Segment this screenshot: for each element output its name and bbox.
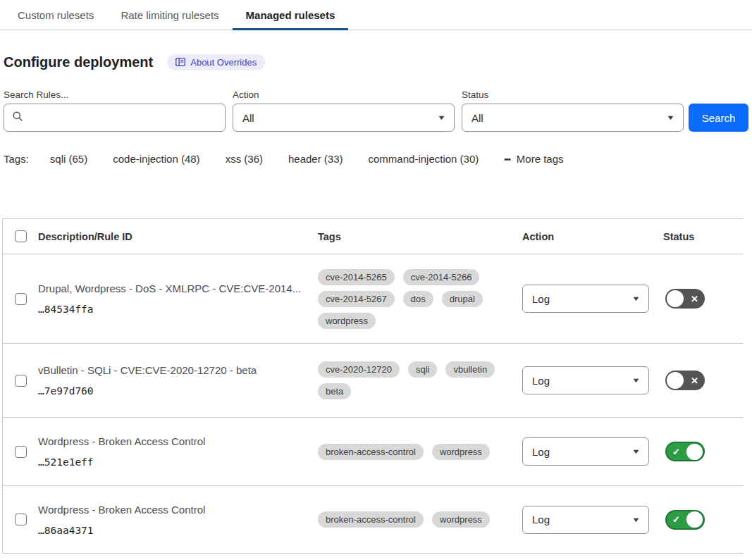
chevron-down-icon: ▼: [631, 448, 641, 455]
search-icon: [12, 111, 23, 125]
row-checkbox[interactable]: [15, 514, 27, 525]
table-header-row: Description/Rule ID Tags Action Status: [3, 219, 744, 254]
ruleset-tabs: Custom rulesets Rate limiting rulesets M…: [0, 0, 752, 30]
chevron-down-icon: ▼: [631, 516, 641, 523]
tag-pill: dos: [403, 291, 433, 307]
search-button[interactable]: Search: [689, 104, 748, 132]
check-icon: ✓: [672, 447, 680, 457]
tags-bar-label: Tags:: [4, 153, 29, 165]
tag-pill: broken-access-control: [318, 444, 424, 460]
rule-tags: cve-2020-12720sqlivbulletinbeta: [318, 361, 522, 399]
table-row: Drupal, Wordpress - DoS - XMLRPC - CVE:C…: [3, 254, 744, 344]
action-select-value: Log: [532, 375, 550, 387]
table-row: Wordpress - Broken Access Control …521e1…: [3, 418, 744, 486]
rule-id: …521e1eff: [38, 456, 305, 468]
filter-bar: Search Rules... Action All ▼ Status: [4, 89, 748, 132]
column-header-action: Action: [522, 231, 663, 242]
action-filter-value: All: [242, 112, 254, 124]
status-toggle[interactable]: ✕: [665, 371, 705, 390]
tags-bar: Tags: sqli (65)code-injection (48)xss (3…: [4, 153, 748, 165]
search-rules-label: Search Rules...: [4, 89, 226, 100]
tag-filter-link[interactable]: sqli (65): [50, 153, 87, 165]
tag-pill: cve-2020-12720: [318, 361, 400, 378]
tag-filter-link[interactable]: code-injection (48): [113, 153, 199, 165]
tag-filter-link[interactable]: xss (36): [226, 153, 263, 165]
action-select[interactable]: Log ▼: [522, 437, 649, 466]
rule-tags: broken-access-controlwordpress: [318, 444, 522, 460]
tab-managed-rulesets[interactable]: Managed rulesets: [233, 0, 349, 30]
chevron-down-icon: ▼: [666, 114, 675, 121]
status-filter-label: Status: [462, 89, 684, 100]
tag-pill: wordpress: [318, 313, 376, 329]
tag-pill: drupal: [442, 291, 483, 307]
action-select[interactable]: Log ▼: [522, 506, 649, 534]
tag-links: sqli (65)code-injection (48)xss (36)head…: [50, 153, 504, 165]
action-filter-label: Action: [233, 89, 455, 100]
status-filter-value: All: [471, 112, 483, 124]
table-row: vBulletin - SQLi - CVE:CVE-2020-12720 - …: [3, 344, 744, 418]
search-input-box[interactable]: [4, 104, 226, 132]
row-checkbox[interactable]: [15, 293, 27, 305]
toggle-knob: [667, 372, 684, 389]
action-select-value: Log: [532, 293, 550, 305]
rule-description: vBulletin - SQLi - CVE:CVE-2020-12720 - …: [38, 364, 305, 376]
row-checkbox[interactable]: [15, 375, 27, 387]
column-header-description: Description/Rule ID: [38, 231, 318, 242]
tag-pill: wordpress: [432, 511, 490, 528]
rule-description: Drupal, Wordpress - DoS - XMLRPC - CVE:C…: [38, 282, 305, 294]
about-overrides-badge[interactable]: About Overrides: [167, 54, 265, 70]
table-body: Drupal, Wordpress - DoS - XMLRPC - CVE:C…: [3, 254, 744, 554]
toggle-knob: [667, 290, 684, 307]
rule-tags: broken-access-controlwordpress: [318, 511, 522, 528]
tag-filter-link[interactable]: header (33): [288, 153, 343, 165]
select-all-checkbox[interactable]: [15, 230, 27, 242]
status-filter-select[interactable]: All ▼: [462, 104, 684, 132]
rule-description: Wordpress - Broken Access Control: [38, 504, 305, 516]
tag-pill: wordpress: [432, 444, 490, 460]
more-tags-label: More tags: [517, 153, 564, 165]
chevron-down-icon: ▼: [631, 295, 641, 302]
search-input[interactable]: [29, 111, 217, 125]
status-toggle[interactable]: ✓: [665, 442, 705, 461]
ellipsis-icon: •••: [504, 155, 510, 163]
rule-description: Wordpress - Broken Access Control: [38, 435, 305, 447]
tab-rate-limiting-rulesets[interactable]: Rate limiting rulesets: [107, 0, 232, 30]
status-toggle[interactable]: ✓: [665, 510, 705, 530]
more-tags-button[interactable]: ••• More tags: [504, 153, 563, 165]
check-icon: ✓: [672, 514, 680, 525]
about-overrides-label: About Overrides: [190, 57, 257, 68]
rule-id: …84534ffa: [38, 304, 305, 315]
column-header-tags: Tags: [318, 231, 522, 242]
action-select-value: Log: [532, 446, 550, 458]
rule-id: …86aa4371: [38, 525, 305, 536]
tag-pill: cve-2014-5266: [403, 269, 480, 285]
rule-tags: cve-2014-5265cve-2014-5266cve-2014-5267d…: [318, 269, 522, 329]
tag-pill: sqli: [408, 361, 438, 378]
column-header-status: Status: [663, 231, 744, 242]
status-toggle[interactable]: ✕: [665, 289, 705, 309]
action-select[interactable]: Log ▼: [522, 366, 649, 394]
x-icon: ✕: [691, 294, 698, 304]
tab-custom-rulesets[interactable]: Custom rulesets: [4, 0, 107, 30]
toggle-knob: [686, 444, 703, 460]
chevron-down-icon: ▼: [437, 114, 446, 121]
tag-filter-link[interactable]: command-injection (30): [369, 153, 479, 165]
book-icon: [175, 58, 185, 66]
tag-pill: cve-2014-5267: [318, 291, 395, 307]
page-title: Configure deployment: [4, 54, 153, 70]
table-row: Wordpress - Broken Access Control …86aa4…: [3, 486, 744, 554]
row-checkbox[interactable]: [15, 446, 27, 458]
action-select[interactable]: Log ▼: [522, 285, 649, 313]
chevron-down-icon: ▼: [631, 377, 641, 384]
rule-id: …7e97d760: [38, 385, 305, 397]
tag-pill: vbulletin: [445, 361, 495, 378]
tag-pill: beta: [318, 383, 351, 399]
toggle-knob: [686, 511, 703, 528]
action-select-value: Log: [532, 514, 550, 525]
tag-pill: broken-access-control: [318, 511, 424, 528]
x-icon: ✕: [691, 375, 698, 386]
tag-pill: cve-2014-5265: [318, 269, 395, 285]
action-filter-select[interactable]: All ▼: [233, 104, 455, 132]
rules-table: Description/Rule ID Tags Action Status D…: [2, 218, 744, 554]
